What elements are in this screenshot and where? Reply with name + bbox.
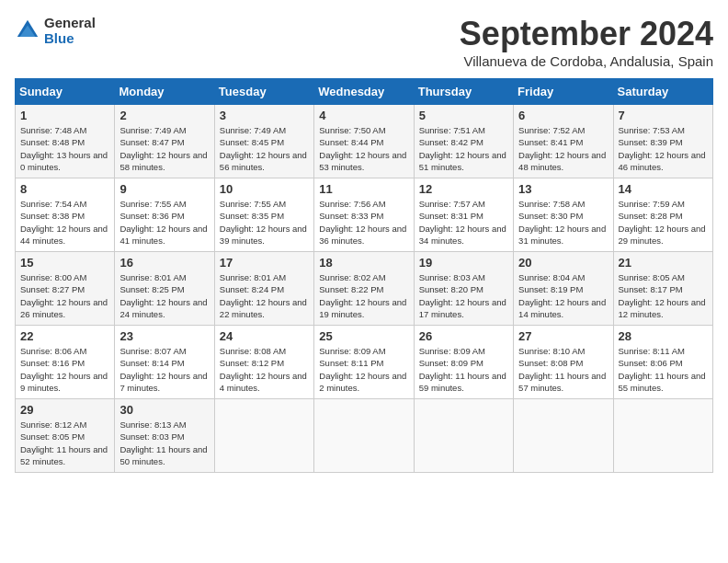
calendar-cell: 28Sunrise: 8:11 AM Sunset: 8:06 PM Dayli… (613, 326, 712, 399)
calendar-week-4: 22Sunrise: 8:06 AM Sunset: 8:16 PM Dayli… (16, 326, 713, 399)
weekday-header-tuesday: Tuesday (214, 79, 313, 105)
day-number: 25 (319, 329, 408, 343)
calendar-cell: 20Sunrise: 8:04 AM Sunset: 8:19 PM Dayli… (514, 252, 613, 326)
day-info: Sunrise: 7:50 AM Sunset: 8:44 PM Dayligh… (319, 124, 408, 173)
calendar-table: SundayMondayTuesdayWednesdayThursdayFrid… (15, 78, 713, 473)
calendar-cell: 1Sunrise: 7:48 AM Sunset: 8:48 PM Daylig… (16, 105, 115, 178)
logo-text: General Blue (44, 15, 96, 46)
day-info: Sunrise: 8:12 AM Sunset: 8:05 PM Dayligh… (20, 419, 109, 467)
day-number: 4 (319, 109, 408, 122)
calendar-cell: 12Sunrise: 7:57 AM Sunset: 8:31 PM Dayli… (414, 178, 513, 252)
day-info: Sunrise: 7:56 AM Sunset: 8:33 PM Dayligh… (319, 198, 408, 247)
calendar-cell (613, 399, 712, 473)
day-number: 28 (619, 329, 708, 343)
calendar-week-2: 8Sunrise: 7:54 AM Sunset: 8:38 PM Daylig… (16, 178, 713, 252)
calendar-week-5: 29Sunrise: 8:12 AM Sunset: 8:05 PM Dayli… (16, 399, 713, 473)
location-subtitle: Villanueva de Cordoba, Andalusia, Spain (460, 53, 713, 69)
calendar-cell: 26Sunrise: 8:09 AM Sunset: 8:09 PM Dayli… (414, 326, 513, 399)
logo-icon (15, 17, 40, 43)
day-number: 24 (220, 329, 309, 343)
day-number: 22 (20, 329, 109, 343)
day-info: Sunrise: 7:58 AM Sunset: 8:30 PM Dayligh… (518, 198, 608, 247)
calendar-cell: 11Sunrise: 7:56 AM Sunset: 8:33 PM Dayli… (314, 178, 414, 252)
weekday-header-monday: Monday (115, 79, 214, 105)
day-number: 12 (419, 182, 508, 196)
day-number: 21 (619, 256, 708, 270)
day-number: 11 (319, 182, 408, 196)
day-number: 16 (119, 256, 209, 270)
day-number: 9 (119, 182, 209, 196)
day-info: Sunrise: 7:49 AM Sunset: 8:47 PM Dayligh… (119, 124, 209, 173)
day-number: 3 (220, 109, 309, 122)
day-info: Sunrise: 8:07 AM Sunset: 8:14 PM Dayligh… (119, 345, 209, 394)
calendar-cell: 15Sunrise: 8:00 AM Sunset: 8:27 PM Dayli… (16, 252, 115, 326)
weekday-header-row: SundayMondayTuesdayWednesdayThursdayFrid… (16, 79, 713, 105)
calendar-cell: 3Sunrise: 7:49 AM Sunset: 8:45 PM Daylig… (214, 105, 313, 178)
calendar-cell: 19Sunrise: 8:03 AM Sunset: 8:20 PM Dayli… (414, 252, 513, 326)
day-info: Sunrise: 8:13 AM Sunset: 8:03 PM Dayligh… (119, 419, 209, 467)
day-number: 6 (518, 109, 608, 122)
day-info: Sunrise: 7:57 AM Sunset: 8:31 PM Dayligh… (419, 198, 508, 247)
day-number: 27 (518, 329, 608, 343)
header: General Blue September 2024 Villanueva d… (15, 15, 713, 69)
month-title: September 2024 (460, 15, 713, 53)
calendar-cell: 23Sunrise: 8:07 AM Sunset: 8:14 PM Dayli… (115, 326, 214, 399)
calendar-cell: 8Sunrise: 7:54 AM Sunset: 8:38 PM Daylig… (16, 178, 115, 252)
calendar-cell: 2Sunrise: 7:49 AM Sunset: 8:47 PM Daylig… (115, 105, 214, 178)
calendar-cell: 18Sunrise: 8:02 AM Sunset: 8:22 PM Dayli… (314, 252, 414, 326)
calendar-cell: 21Sunrise: 8:05 AM Sunset: 8:17 PM Dayli… (613, 252, 712, 326)
day-info: Sunrise: 8:01 AM Sunset: 8:25 PM Dayligh… (119, 271, 209, 320)
logo: General Blue (15, 15, 96, 46)
day-number: 10 (220, 182, 309, 196)
calendar-cell: 7Sunrise: 7:53 AM Sunset: 8:39 PM Daylig… (613, 105, 712, 178)
calendar-cell: 17Sunrise: 8:01 AM Sunset: 8:24 PM Dayli… (214, 252, 313, 326)
calendar-cell: 25Sunrise: 8:09 AM Sunset: 8:11 PM Dayli… (314, 326, 414, 399)
day-number: 17 (220, 256, 309, 270)
day-info: Sunrise: 7:52 AM Sunset: 8:41 PM Dayligh… (518, 124, 608, 173)
day-number: 23 (119, 329, 209, 343)
day-info: Sunrise: 8:01 AM Sunset: 8:24 PM Dayligh… (220, 271, 309, 320)
day-info: Sunrise: 7:49 AM Sunset: 8:45 PM Dayligh… (220, 124, 309, 173)
day-info: Sunrise: 8:09 AM Sunset: 8:09 PM Dayligh… (419, 345, 508, 394)
day-number: 2 (119, 109, 209, 122)
day-number: 26 (419, 329, 508, 343)
day-info: Sunrise: 7:55 AM Sunset: 8:35 PM Dayligh… (220, 198, 309, 247)
day-info: Sunrise: 7:48 AM Sunset: 8:48 PM Dayligh… (20, 124, 109, 173)
day-number: 19 (419, 256, 508, 270)
day-info: Sunrise: 7:54 AM Sunset: 8:38 PM Dayligh… (20, 198, 109, 247)
calendar-cell (514, 399, 613, 473)
day-info: Sunrise: 7:53 AM Sunset: 8:39 PM Dayligh… (619, 124, 708, 173)
calendar-week-3: 15Sunrise: 8:00 AM Sunset: 8:27 PM Dayli… (16, 252, 713, 326)
day-number: 30 (119, 403, 209, 417)
day-number: 7 (619, 109, 708, 122)
day-info: Sunrise: 8:08 AM Sunset: 8:12 PM Dayligh… (220, 345, 309, 394)
calendar-cell: 29Sunrise: 8:12 AM Sunset: 8:05 PM Dayli… (16, 399, 115, 473)
day-info: Sunrise: 8:03 AM Sunset: 8:20 PM Dayligh… (419, 271, 508, 320)
day-number: 8 (20, 182, 109, 196)
calendar-cell: 13Sunrise: 7:58 AM Sunset: 8:30 PM Dayli… (514, 178, 613, 252)
day-number: 18 (319, 256, 408, 270)
day-number: 20 (518, 256, 608, 270)
calendar-cell (414, 399, 513, 473)
weekday-header-thursday: Thursday (414, 79, 513, 105)
day-info: Sunrise: 8:10 AM Sunset: 8:08 PM Dayligh… (518, 345, 608, 394)
weekday-header-wednesday: Wednesday (314, 79, 414, 105)
day-info: Sunrise: 8:09 AM Sunset: 8:11 PM Dayligh… (319, 345, 408, 394)
day-info: Sunrise: 7:51 AM Sunset: 8:42 PM Dayligh… (419, 124, 508, 173)
calendar-cell (214, 399, 313, 473)
calendar-cell: 5Sunrise: 7:51 AM Sunset: 8:42 PM Daylig… (414, 105, 513, 178)
day-info: Sunrise: 8:00 AM Sunset: 8:27 PM Dayligh… (20, 271, 109, 320)
calendar-cell: 9Sunrise: 7:55 AM Sunset: 8:36 PM Daylig… (115, 178, 214, 252)
calendar-cell: 24Sunrise: 8:08 AM Sunset: 8:12 PM Dayli… (214, 326, 313, 399)
day-info: Sunrise: 7:59 AM Sunset: 8:28 PM Dayligh… (619, 198, 708, 247)
calendar-cell (314, 399, 414, 473)
calendar-cell: 4Sunrise: 7:50 AM Sunset: 8:44 PM Daylig… (314, 105, 414, 178)
title-area: September 2024 Villanueva de Cordoba, An… (460, 15, 713, 69)
weekday-header-friday: Friday (514, 79, 613, 105)
day-info: Sunrise: 8:02 AM Sunset: 8:22 PM Dayligh… (319, 271, 408, 320)
day-info: Sunrise: 7:55 AM Sunset: 8:36 PM Dayligh… (119, 198, 209, 247)
calendar-cell: 14Sunrise: 7:59 AM Sunset: 8:28 PM Dayli… (613, 178, 712, 252)
day-number: 29 (20, 403, 109, 417)
weekday-header-saturday: Saturday (613, 79, 712, 105)
calendar-cell: 6Sunrise: 7:52 AM Sunset: 8:41 PM Daylig… (514, 105, 613, 178)
